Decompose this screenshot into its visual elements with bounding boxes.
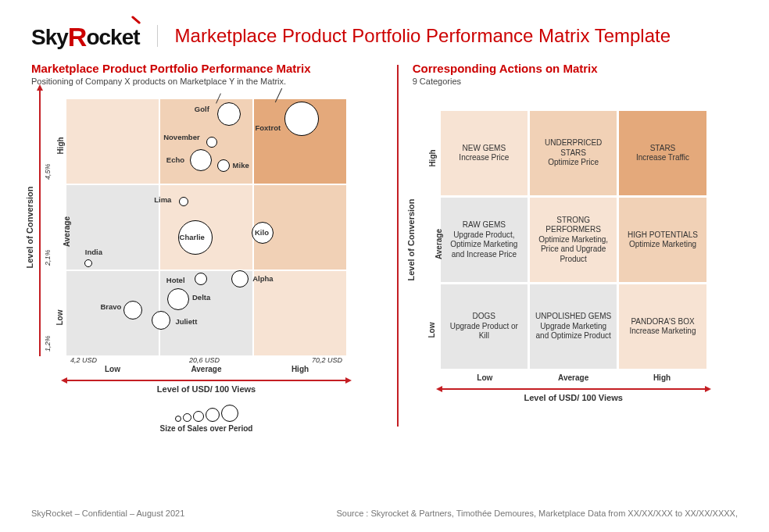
action-desc: Optimize Price [548, 158, 599, 168]
ay-cat-1: Average [435, 229, 443, 259]
x-axis-label: Level of USD/ 100 Views [66, 384, 347, 394]
logo: SkyRocket [31, 20, 140, 51]
x-cat-1: Average [159, 365, 253, 373]
matrix-title: Marketplace Product Portfolio Performanc… [31, 62, 383, 75]
logo-pre: Sky [31, 25, 68, 49]
matrix-subtitle: Positioning of Company X products on Mar… [31, 77, 383, 86]
actions-x-label: Level of USD/ 100 Views [441, 393, 706, 402]
action-name: RAW GEMS [463, 220, 506, 230]
bubble-label-charlie: Charlie [180, 233, 205, 241]
logo-r: R [68, 22, 87, 52]
bubble-label-delta: Delta [192, 293, 210, 302]
ax-cat-1: Average [529, 373, 617, 382]
action-cell-high-potentials: HIGH POTENTIALSOptimize Marketing [619, 198, 706, 282]
ax-cat-2: High [617, 373, 706, 382]
y-tick-1: 2,1% [44, 249, 52, 266]
action-desc: Upgrade Product or Kill [445, 322, 523, 341]
bubble-label-kilo: Kilo [255, 228, 269, 237]
bubble-bravo [123, 301, 142, 320]
bubble-echo [190, 149, 212, 171]
panel-actions: Corresponding Actions on Matrix 9 Catego… [399, 62, 738, 433]
legend-circles-icon [66, 405, 347, 422]
y-arrow-icon [39, 89, 41, 356]
action-cell-new-gems: NEW GEMSIncrease Price [441, 111, 528, 195]
actions-x-axis: Low Average High Level of USD/ 100 Views [441, 369, 706, 405]
action-cell-unpolished-gems: UNPOLISHED GEMSUpgrade Marketing and Opt… [530, 284, 617, 369]
action-desc: Increase Price [459, 153, 509, 163]
bubble-label-juliett: Juliett [175, 317, 197, 326]
action-cell-strong-performers: STRONG PERFORMERSOptimize Marketing, Pri… [530, 198, 617, 282]
bubble-label-hotel: Hotel [166, 276, 185, 284]
action-desc: Upgrade Marketing and Optimize Product [535, 322, 612, 341]
action-desc: Optimize Marketing, Price and Upgrade Pr… [535, 235, 612, 265]
y-cat-2: High [56, 137, 65, 154]
bubble-label-golf: Golf [195, 105, 209, 113]
actions-y-axis: Level of Conversion Low Average High [413, 111, 441, 369]
actions-x-arrow-icon [441, 388, 706, 390]
action-name: STARS [650, 144, 676, 154]
y-cat-1: Average [63, 216, 71, 247]
x-cat-0: Low [66, 365, 159, 373]
x-tick-0: 4,2 USD [70, 356, 97, 364]
legend-label: Size of Sales over Period [66, 424, 347, 433]
logo-post: ocket [86, 25, 139, 49]
bubble-label-november: November [163, 133, 199, 141]
y-tick-0: 1,2% [44, 335, 52, 352]
action-name: UNDERPRICED STARS [535, 138, 612, 158]
actions-y-label: Level of Conversion [406, 198, 416, 280]
y-tick-2: 4,5% [44, 163, 52, 180]
action-cell-stars: STARSIncrease Traffic [619, 111, 706, 195]
action-desc: Increase Traffic [636, 153, 689, 163]
bubble-india [84, 259, 92, 267]
footer-left: SkyRocket – Confidential – August 2021 [31, 509, 184, 518]
bubble-label-bravo: Bravo [100, 302, 121, 311]
action-cell-pandora-s-box: PANDORA'S BOXIncrease Marketing [619, 284, 706, 369]
footer-right: Source : Skyrocket & Partners, Timothée … [336, 509, 738, 518]
y-axis: Level of Conversion 1,2% 2,1% 4,5% Low A… [31, 98, 66, 356]
ay-cat-0: Low [427, 323, 435, 338]
action-cell-raw-gems: RAW GEMSUpgrade Product, Optimize Market… [441, 198, 528, 282]
size-legend: Size of Sales over Period [66, 405, 347, 433]
ay-cat-2: High [427, 149, 436, 166]
x-tick-1: 20,6 USD [189, 356, 220, 364]
x-cat-2: High [253, 365, 347, 373]
header-divider [157, 25, 158, 47]
footer: SkyRocket – Confidential – August 2021 S… [31, 509, 738, 518]
bubble-golf [217, 102, 241, 126]
action-cell-underpriced-stars: UNDERPRICED STARSOptimize Price [530, 111, 617, 195]
x-axis: 4,2 USD 20,6 USD 70,2 USD Low Average Hi… [66, 356, 347, 392]
bubble-hotel [195, 273, 207, 285]
logo-accent-icon [131, 16, 141, 24]
panel-matrix: Marketplace Product Portfolio Performanc… [31, 62, 397, 433]
bubble-label-india: India [85, 248, 102, 256]
bubble-label-alpha: Alpha [252, 274, 273, 283]
bubble-label-mike: Mike [233, 161, 249, 170]
x-tick-2: 70,2 USD [312, 356, 342, 364]
action-name: HIGH POTENTIALS [628, 230, 698, 241]
bubble-mike [217, 159, 230, 172]
bubble-label-echo: Echo [166, 155, 184, 164]
bubble-label-lima: Lima [154, 195, 171, 204]
action-cell-dogs: DOGSUpgrade Product or Kill [441, 284, 528, 369]
y-axis-label: Level of Conversion [25, 186, 34, 268]
action-name: PANDORA'S BOX [631, 317, 694, 327]
action-name: UNPOLISHED GEMS [535, 312, 611, 322]
actions-title: Corresponding Actions on Matrix [413, 62, 738, 75]
action-desc: Upgrade Product, Optimize Marketing and … [445, 230, 523, 260]
bubble-label-foxtrot: Foxtrot [255, 123, 281, 132]
bubble-chart: IndiaBravoJuliettDeltaHotelAlphaCharlieK… [66, 98, 347, 356]
ax-cat-0: Low [441, 373, 529, 382]
page-title: Marketplace Product Portfolio Performanc… [175, 25, 671, 47]
x-arrow-icon [66, 380, 347, 381]
action-desc: Optimize Marketing [629, 240, 696, 250]
action-name: STRONG PERFORMERS [535, 216, 612, 235]
actions-matrix: NEW GEMSIncrease PriceUNDERPRICED STARSO… [441, 111, 706, 369]
header: SkyRocket Marketplace Product Portfolio … [0, 0, 769, 59]
action-name: DOGS [473, 312, 495, 322]
action-desc: Increase Marketing [629, 327, 696, 337]
y-cat-0: Low [55, 310, 64, 326]
action-name: NEW GEMS [463, 144, 506, 154]
actions-subtitle: 9 Categories [413, 77, 738, 86]
